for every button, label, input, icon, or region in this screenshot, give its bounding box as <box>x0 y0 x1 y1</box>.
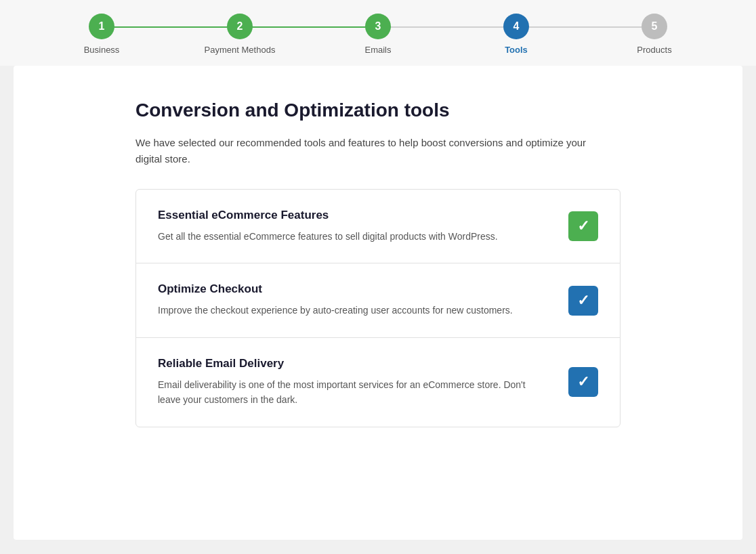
step-3-circle: 3 <box>365 14 391 39</box>
page-title: Conversion and Optimization tools <box>135 100 621 121</box>
step-3-label: Emails <box>364 45 391 55</box>
feature-desc-2: Improve the checkout experience by auto-… <box>158 303 541 318</box>
feature-text-1: Essential eCommerce Features Get all the… <box>158 209 568 244</box>
step-2-label: Payment Methods <box>205 45 276 55</box>
feature-item-1: Essential eCommerce Features Get all the… <box>136 190 620 263</box>
feature-item-2: Optimize Checkout Improve the checkout e… <box>136 263 620 337</box>
feature-desc-3: Email deliverability is one of the most … <box>158 377 541 408</box>
feature-desc-1: Get all the essential eCommerce features… <box>158 229 541 244</box>
step-5-label: Products <box>637 45 671 55</box>
checkmark-icon-2: ✓ <box>577 293 589 308</box>
feature-text-3: Reliable Email Delivery Email deliverabi… <box>158 357 568 408</box>
step-5-circle: 5 <box>642 14 667 39</box>
step-5[interactable]: 5 Products <box>585 14 723 55</box>
feature-text-2: Optimize Checkout Improve the checkout e… <box>158 282 568 318</box>
main-content: Conversion and Optimization tools We hav… <box>14 66 742 540</box>
feature-checkbox-3[interactable]: ✓ <box>568 367 598 397</box>
step-3[interactable]: 3 Emails <box>309 14 447 55</box>
feature-title-3: Reliable Email Delivery <box>158 357 541 370</box>
checkmark-icon-1: ✓ <box>577 219 589 234</box>
step-4-label: Tools <box>505 45 528 55</box>
feature-checkbox-1[interactable]: ✓ <box>568 211 598 241</box>
features-list: Essential eCommerce Features Get all the… <box>135 189 621 427</box>
step-1-circle: 1 <box>89 14 114 39</box>
step-1[interactable]: 1 Business <box>33 14 171 55</box>
step-4[interactable]: 4 Tools <box>447 14 585 55</box>
step-2[interactable]: 2 Payment Methods <box>171 14 309 55</box>
stepper: 1 Business 2 Payment Methods 3 Emails 4 … <box>0 0 756 66</box>
step-4-circle: 4 <box>503 14 529 39</box>
checkmark-icon-3: ✓ <box>577 375 589 389</box>
step-2-circle: 2 <box>227 14 253 39</box>
feature-title-2: Optimize Checkout <box>158 282 541 296</box>
feature-title-1: Essential eCommerce Features <box>158 209 541 222</box>
feature-item-3: Reliable Email Delivery Email deliverabi… <box>136 338 620 427</box>
page-description: We have selected our recommended tools a… <box>135 135 596 167</box>
step-1-label: Business <box>84 45 120 55</box>
feature-checkbox-2[interactable]: ✓ <box>568 286 598 316</box>
